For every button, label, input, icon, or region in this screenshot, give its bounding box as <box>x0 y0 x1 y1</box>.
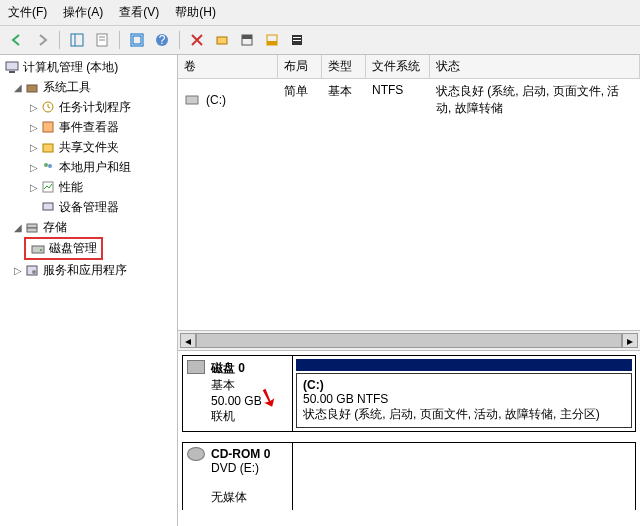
svg-text:?: ? <box>159 33 166 47</box>
disk-size: 50.00 GB <box>211 394 262 408</box>
tree-task-scheduler[interactable]: ▷ 任务计划程序 <box>0 97 177 117</box>
view-bottom-button[interactable] <box>261 29 283 51</box>
tree-shared-folders[interactable]: ▷ 共享文件夹 <box>0 137 177 157</box>
svg-rect-33 <box>186 96 198 104</box>
svg-rect-13 <box>267 41 277 45</box>
cell-volume: (C:) <box>206 93 226 107</box>
details-pane: 卷 布局 类型 文件系统 状态 (C:) 简单 基本 NTFS 状态良好 (系统… <box>178 55 640 526</box>
col-volume[interactable]: 卷 <box>178 55 278 78</box>
disk-name: CD-ROM 0 <box>211 447 270 461</box>
action-button[interactable] <box>186 29 208 51</box>
partition-info: 50.00 GB NTFS <box>303 392 388 406</box>
svg-point-23 <box>44 163 48 167</box>
tree-disk-management[interactable]: 磁盘管理 <box>24 237 103 260</box>
menu-file[interactable]: 文件(F) <box>8 4 47 21</box>
show-hide-tree-button[interactable] <box>66 29 88 51</box>
svg-point-24 <box>48 164 52 168</box>
partition-header-bar <box>296 359 632 371</box>
folder-share-icon <box>40 139 56 155</box>
separator <box>119 31 120 49</box>
svg-rect-21 <box>43 122 53 132</box>
services-icon <box>24 262 40 278</box>
tree-event-viewer[interactable]: ▷ 事件查看器 <box>0 117 177 137</box>
collapse-icon[interactable]: ◢ <box>12 82 24 93</box>
toolbar: ? <box>0 26 640 55</box>
computer-icon <box>4 59 20 75</box>
expand-icon[interactable]: ▷ <box>28 142 40 153</box>
expand-icon[interactable]: ▷ <box>28 162 40 173</box>
svg-rect-18 <box>9 71 15 73</box>
disk-name: 磁盘 0 <box>211 361 245 375</box>
view-top-button[interactable] <box>236 29 258 51</box>
expand-icon[interactable]: ▷ <box>28 122 40 133</box>
menu-action[interactable]: 操作(A) <box>63 4 103 21</box>
table-header: 卷 布局 类型 文件系统 状态 <box>178 55 640 79</box>
users-icon <box>40 159 56 175</box>
svg-rect-26 <box>43 203 53 210</box>
expand-icon[interactable]: ▷ <box>28 102 40 113</box>
settings-button[interactable] <box>211 29 233 51</box>
disk-type: 基本 <box>211 378 235 392</box>
storage-icon <box>24 219 40 235</box>
expand-icon[interactable]: ▷ <box>12 265 24 276</box>
svg-rect-6 <box>133 36 141 44</box>
disk-map: ➘ (C:) 50.00 GB NTFS 状态良好 (系统, 启动, 页面文件,… <box>293 356 635 431</box>
tools-icon <box>24 79 40 95</box>
disk-map-empty <box>293 443 635 510</box>
view-list-button[interactable] <box>286 29 308 51</box>
separator <box>179 31 180 49</box>
forward-button[interactable] <box>31 29 53 51</box>
disk-info: 磁盘 0 基本 50.00 GB 联机 <box>183 356 293 431</box>
svg-rect-17 <box>6 62 18 70</box>
perf-icon <box>40 179 56 195</box>
cell-fs: NTFS <box>366 81 430 119</box>
disk-status: 无媒体 <box>211 490 247 504</box>
disk-row[interactable]: 磁盘 0 基本 50.00 GB 联机 ➘ (C:) 50.00 GB NTFS… <box>182 355 636 432</box>
disk-row[interactable]: CD-ROM 0 DVD (E:) 无媒体 <box>182 442 636 510</box>
svg-rect-29 <box>32 246 44 253</box>
cell-status: 状态良好 (系统, 启动, 页面文件, 活动, 故障转储 <box>430 81 640 119</box>
col-filesystem[interactable]: 文件系统 <box>366 55 430 78</box>
tree-root[interactable]: 计算机管理 (本地) <box>0 57 177 77</box>
partition-label: (C:) <box>303 378 324 392</box>
svg-rect-28 <box>27 228 37 232</box>
disk-mgmt-icon <box>30 241 46 257</box>
svg-rect-19 <box>27 85 37 92</box>
help-button[interactable]: ? <box>151 29 173 51</box>
col-layout[interactable]: 布局 <box>278 55 322 78</box>
svg-rect-27 <box>27 224 37 228</box>
cdrom-icon <box>187 447 205 461</box>
col-type[interactable]: 类型 <box>322 55 366 78</box>
properties-button[interactable] <box>91 29 113 51</box>
volume-icon <box>184 92 200 108</box>
tree-local-users[interactable]: ▷ 本地用户和组 <box>0 157 177 177</box>
menu-help[interactable]: 帮助(H) <box>175 4 216 21</box>
tree-device-manager[interactable]: 设备管理器 <box>0 197 177 217</box>
device-icon <box>40 199 56 215</box>
partition-status: 状态良好 (系统, 启动, 页面文件, 活动, 故障转储, 主分区) <box>303 407 600 421</box>
separator <box>59 31 60 49</box>
disk-type: DVD (E:) <box>211 461 259 475</box>
svg-rect-31 <box>27 266 37 275</box>
expand-icon[interactable]: ▷ <box>28 182 40 193</box>
menu-bar: 文件(F) 操作(A) 查看(V) 帮助(H) <box>0 0 640 26</box>
collapse-icon[interactable]: ◢ <box>12 222 24 233</box>
tree-performance[interactable]: ▷ 性能 <box>0 177 177 197</box>
partition-c[interactable]: ➘ (C:) 50.00 GB NTFS 状态良好 (系统, 启动, 页面文件,… <box>296 373 632 428</box>
horizontal-scrollbar[interactable]: ◂ ▸ <box>178 331 640 351</box>
svg-rect-16 <box>293 40 301 41</box>
disk-info: CD-ROM 0 DVD (E:) 无媒体 <box>183 443 293 510</box>
menu-view[interactable]: 查看(V) <box>119 4 159 21</box>
svg-point-30 <box>40 249 42 251</box>
navigation-tree: 计算机管理 (本地) ◢ 系统工具 ▷ 任务计划程序 ▷ 事件查看器 ▷ 共享文… <box>0 55 178 526</box>
event-icon <box>40 119 56 135</box>
tree-system-tools[interactable]: ◢ 系统工具 <box>0 77 177 97</box>
svg-point-32 <box>32 270 36 274</box>
table-row[interactable]: (C:) 简单 基本 NTFS 状态良好 (系统, 启动, 页面文件, 活动, … <box>178 79 640 121</box>
refresh-button[interactable] <box>126 29 148 51</box>
cell-layout: 简单 <box>278 81 322 119</box>
tree-services-apps[interactable]: ▷ 服务和应用程序 <box>0 260 177 280</box>
col-status[interactable]: 状态 <box>430 55 640 78</box>
back-button[interactable] <box>6 29 28 51</box>
tree-storage[interactable]: ◢ 存储 <box>0 217 177 237</box>
